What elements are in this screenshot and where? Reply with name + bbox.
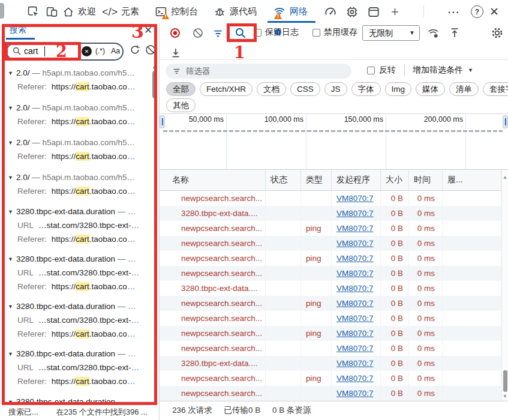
overview-left-handle[interactable] bbox=[160, 115, 165, 128]
table-row[interactable]: newpcsearch.search...pingVM8070:70 B0 ms bbox=[160, 251, 501, 266]
request-name[interactable]: newpcsearch.search... bbox=[160, 386, 266, 401]
initiator-link[interactable]: VM8070:7 bbox=[336, 224, 374, 233]
type-filter-pill[interactable]: JS bbox=[324, 82, 347, 96]
type-filter-pill[interactable]: 其他 bbox=[166, 98, 196, 112]
search-result[interactable]: ▼3280.tbpc-ext-data.duration — …URL…stat… bbox=[0, 249, 151, 296]
type-filter-pill[interactable]: 字体 bbox=[351, 82, 381, 96]
tab-console[interactable]: 控制台 bbox=[155, 4, 198, 19]
table-row[interactable]: newpcsearch.search...VM8070:70 B0 ms bbox=[160, 311, 501, 326]
filter-input[interactable]: 筛选器 bbox=[166, 64, 351, 79]
import-har-button[interactable] bbox=[449, 27, 461, 39]
type-filter-pill[interactable]: 套接字 bbox=[483, 82, 508, 96]
initiator-link[interactable]: VM8070:7 bbox=[336, 269, 374, 278]
type-filter-pill[interactable]: 清单 bbox=[449, 82, 479, 96]
close-search-panel-button[interactable]: ✕ bbox=[144, 24, 152, 37]
tab-elements[interactable]: </> 元素 bbox=[102, 4, 139, 19]
table-row[interactable]: newpcsearch.search...pingVM8070:70 B0 ms bbox=[160, 296, 501, 311]
help-button[interactable]: ? bbox=[471, 4, 483, 19]
scroll-up-icon[interactable]: ▲ bbox=[152, 64, 157, 70]
invert-filter-checkbox[interactable] bbox=[367, 67, 375, 74]
table-row[interactable]: 3280.tbpc-ext-data....VM8070:70 B0 ms bbox=[160, 206, 501, 221]
scrollbar-thumb[interactable] bbox=[152, 71, 157, 98]
collapse-icon[interactable]: ▼ bbox=[8, 209, 13, 215]
initiator-link[interactable]: VM8070:7 bbox=[336, 239, 374, 248]
clear-network-log-button[interactable] bbox=[192, 27, 204, 39]
device-emulation-button[interactable] bbox=[46, 4, 58, 19]
scroll-up-icon[interactable]: ▲ bbox=[503, 175, 507, 180]
request-name[interactable]: newpcsearch.search... bbox=[160, 371, 266, 386]
initiator-link[interactable]: VM8070:7 bbox=[336, 374, 374, 383]
sidebar-scrollbar[interactable]: ▲ bbox=[151, 62, 158, 403]
collapse-icon[interactable]: ▼ bbox=[8, 256, 13, 262]
tab-performance[interactable] bbox=[324, 4, 337, 19]
tab-application[interactable] bbox=[367, 4, 380, 19]
tab-sources[interactable]: 源代码 bbox=[214, 4, 257, 19]
column-type[interactable]: 类型 bbox=[301, 170, 332, 190]
add-filter-dropdown[interactable]: 增加筛选条件 bbox=[413, 65, 463, 76]
initiator-link[interactable]: VM8070:7 bbox=[336, 329, 374, 338]
network-conditions-button[interactable] bbox=[427, 27, 440, 40]
collapse-icon[interactable]: ▼ bbox=[8, 351, 13, 357]
disable-cache-checkbox[interactable] bbox=[312, 29, 320, 37]
table-row[interactable]: 3280.tbpc-ext-data....VM8070:70 B0 ms bbox=[160, 281, 501, 296]
scrollbar-thumb[interactable] bbox=[503, 370, 507, 392]
search-result[interactable]: ▼3280.tbpc-ext-data.duration — …URL…stat… bbox=[0, 202, 151, 249]
type-filter-pill[interactable]: 媒体 bbox=[416, 82, 445, 96]
request-name[interactable]: newpcsearch.search... bbox=[160, 326, 266, 341]
column-initiator[interactable]: 发起程序 bbox=[332, 170, 381, 190]
preserve-log-label[interactable]: 保留日志 bbox=[265, 27, 299, 38]
request-name[interactable]: 3280.tbpc-ext-data.... bbox=[160, 356, 266, 371]
search-result[interactable]: ▼3280.tbpc-ext-data.duration — … bbox=[0, 391, 151, 403]
close-devtools-button[interactable]: ✕ bbox=[489, 4, 499, 19]
search-result[interactable]: ▼2.0/ — h5api.m.taobao.com/h5…Referer:ht… bbox=[0, 62, 151, 97]
request-name[interactable]: newpcsearch.search... bbox=[160, 341, 266, 356]
regex-toggle[interactable]: (.*) bbox=[95, 46, 105, 56]
more-options-button[interactable]: ⋯ bbox=[447, 4, 459, 19]
tab-memory[interactable] bbox=[345, 4, 359, 19]
search-result[interactable]: ▼2.0/ — h5api.m.taobao.com/h5…Referer:ht… bbox=[0, 132, 151, 167]
request-name[interactable]: 3280.tbpc-ext-data.... bbox=[160, 206, 266, 221]
search-input[interactable] bbox=[24, 45, 66, 57]
scroll-down-icon[interactable]: ▼ bbox=[503, 394, 507, 399]
collapse-icon[interactable]: ▼ bbox=[8, 304, 13, 310]
type-filter-pill[interactable]: Fetch/XHR bbox=[200, 82, 253, 96]
request-name[interactable]: newpcsearch.search... bbox=[160, 296, 266, 311]
initiator-link[interactable]: VM8070:7 bbox=[336, 359, 374, 368]
refresh-search-button[interactable] bbox=[129, 44, 141, 56]
search-result[interactable]: ▼3280.tbpc-ext-data.duration — …URL…stat… bbox=[0, 296, 151, 344]
initiator-link[interactable]: VM8070:7 bbox=[336, 284, 374, 293]
table-row[interactable]: newpcsearch.search...VM8070:70 B0 ms bbox=[160, 236, 501, 251]
column-size[interactable]: 大小 bbox=[381, 170, 409, 190]
request-name[interactable]: newpcsearch.search... bbox=[160, 221, 266, 236]
column-status[interactable]: 状态 bbox=[266, 170, 301, 190]
request-name[interactable]: 3280.tbpc-ext-data.... bbox=[160, 281, 266, 296]
requests-table-header[interactable]: 名称 状态 类型 发起程序 大小 时间 履... bbox=[160, 170, 501, 191]
table-row[interactable]: newpcsearch.search...pingVM8070:70 B0 ms bbox=[160, 221, 501, 236]
search-network-button[interactable] bbox=[234, 26, 247, 40]
tab-welcome[interactable]: 欢迎 bbox=[62, 4, 96, 19]
search-result[interactable]: ▼2.0/ — h5api.m.taobao.com/h5…Referer:ht… bbox=[0, 97, 151, 132]
match-case-toggle[interactable]: Aa bbox=[111, 46, 120, 56]
disable-cache-label[interactable]: 禁用缓存 bbox=[324, 27, 357, 38]
timeline-overview[interactable]: 50,000 ms100,000 ms150,000 ms200,000 ms bbox=[160, 114, 508, 170]
export-har-button[interactable] bbox=[170, 47, 182, 59]
table-scrollbar[interactable]: ▲ ▼ bbox=[501, 170, 508, 401]
network-settings-button[interactable] bbox=[491, 26, 504, 40]
initiator-link[interactable]: VM8070:7 bbox=[336, 389, 374, 398]
collapse-icon[interactable]: ▼ bbox=[8, 140, 13, 146]
table-row[interactable]: newpcsearch.search...VM8070:70 B0 ms bbox=[160, 191, 501, 206]
table-row[interactable]: 3280.tbpc-ext-data....VM8070:70 B0 ms bbox=[160, 356, 501, 371]
request-name[interactable]: newpcsearch.search... bbox=[160, 191, 266, 206]
initiator-link[interactable]: VM8070:7 bbox=[336, 254, 374, 263]
table-row[interactable]: newpcsearch.search...pingVM8070:70 B0 ms bbox=[160, 326, 501, 341]
preserve-log-checkbox[interactable] bbox=[254, 29, 261, 37]
type-filter-pill[interactable]: 全部 bbox=[166, 82, 196, 96]
request-name[interactable]: newpcsearch.search... bbox=[160, 311, 266, 326]
column-time[interactable]: 时间 bbox=[409, 170, 443, 190]
initiator-link[interactable]: VM8070:7 bbox=[336, 209, 374, 218]
request-name[interactable]: newpcsearch.search... bbox=[160, 236, 266, 251]
initiator-link[interactable]: VM8070:7 bbox=[336, 344, 374, 353]
more-tabs-button[interactable]: + bbox=[391, 4, 399, 19]
initiator-link[interactable]: VM8070:7 bbox=[336, 194, 374, 203]
collapse-icon[interactable]: ▼ bbox=[8, 105, 13, 111]
